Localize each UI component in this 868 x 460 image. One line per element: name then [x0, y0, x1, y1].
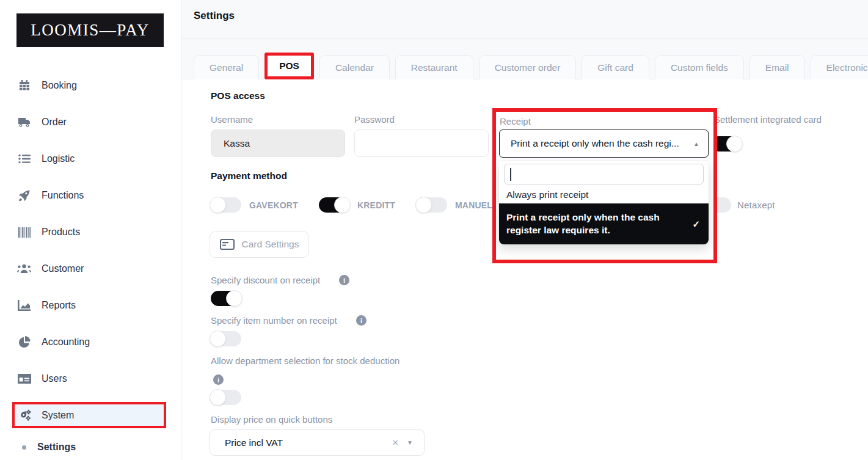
sidebar-item-reports[interactable]: Reports	[17, 296, 76, 315]
quick-buttons-value: Price incl VAT	[225, 437, 283, 448]
netaxept-label: Netaxept	[737, 200, 775, 210]
list-icon	[17, 152, 31, 166]
sidebar-item-label: Logistic	[42, 153, 75, 164]
sidebar-item-functions[interactable]: Functions	[17, 186, 84, 205]
info-icon[interactable]: i	[339, 275, 349, 285]
settings-tabs: General POS Calendar Restaurant Customer…	[194, 54, 868, 79]
main-header: Settings General POS Calendar Restaurant…	[181, 0, 868, 79]
sidebar-item-system[interactable]: System	[15, 404, 164, 426]
app-window: LOOMIS—PAY Booking Order Logistic Functi…	[0, 0, 868, 460]
card-settings-button[interactable]: Card Settings	[210, 231, 309, 258]
kreditt-toggle[interactable]	[319, 197, 349, 213]
annotation-box-receipt: Receipt Print a receipt only when the ca…	[492, 108, 717, 263]
payment-method-heading: Payment method	[211, 170, 287, 181]
annotation-box-system: System	[12, 402, 166, 428]
pos-settings-panel: POS access Username Kassa Password Settl…	[181, 79, 868, 460]
chevron-up-icon: ▲	[693, 141, 699, 147]
sidebar: LOOMIS—PAY Booking Order Logistic Functi…	[0, 0, 181, 460]
discount-label: Specify discount on receipt	[211, 275, 320, 285]
truck-icon	[17, 115, 31, 130]
check-icon: ✓	[692, 219, 700, 230]
calendar-icon	[17, 79, 31, 93]
rocket-icon	[17, 189, 31, 203]
manuell-label: MANUELL	[455, 200, 498, 210]
manuell-toggle[interactable]	[417, 197, 447, 213]
pos-access-heading: POS access	[211, 90, 265, 101]
username-field[interactable]: Kassa	[211, 130, 345, 157]
gavekort-label: GAVEKORT	[249, 200, 298, 210]
tab-electronic-receipt[interactable]: Electronic receipt	[811, 55, 868, 79]
bullet-dot-icon	[22, 445, 26, 450]
area-chart-icon	[17, 299, 31, 313]
header-divider	[181, 38, 868, 39]
sidebar-item-products[interactable]: Products	[17, 222, 80, 242]
id-card-icon	[17, 372, 31, 386]
sidebar-item-accounting[interactable]: Accounting	[17, 332, 90, 352]
tab-email[interactable]: Email	[749, 55, 805, 79]
toggle-knob	[210, 330, 226, 347]
sidebar-item-label: System	[42, 410, 74, 421]
receipt-option-label: Print a receipt only when the cash regis…	[506, 211, 687, 237]
toggle-knob	[334, 197, 351, 213]
username-label: Username	[211, 114, 253, 125]
loomis-pay-logo: LOOMIS—PAY	[16, 13, 164, 47]
toggle-knob	[415, 197, 432, 213]
sidebar-item-customer[interactable]: Customer	[17, 259, 84, 279]
credit-card-icon	[220, 239, 235, 250]
tab-pos-annotated[interactable]: POS	[264, 53, 314, 79]
barcode-icon	[17, 225, 31, 239]
sidebar-item-label: Order	[42, 117, 67, 128]
sidebar-subitem-settings[interactable]: Settings	[22, 437, 76, 457]
sidebar-item-label: Booking	[42, 80, 77, 91]
receipt-select[interactable]: Print a receipt only when the cash regi.…	[499, 130, 709, 158]
toggle-knob	[726, 136, 743, 152]
chevron-down-icon[interactable]: ▼	[407, 439, 413, 446]
sidebar-item-order[interactable]: Order	[17, 112, 67, 132]
department-toggle[interactable]	[211, 390, 241, 405]
people-icon	[17, 262, 31, 276]
password-field[interactable]	[354, 130, 489, 157]
receipt-dropdown-panel: Always print receipt Print a receipt onl…	[499, 161, 709, 244]
receipt-option-cash-register-law[interactable]: Print a receipt only when the cash regis…	[499, 203, 709, 244]
department-label: Allow department selection for stock ded…	[211, 356, 399, 366]
discount-toggle[interactable]	[211, 291, 241, 306]
tab-restaurant[interactable]: Restaurant	[395, 55, 473, 79]
sidebar-item-label: Products	[42, 227, 80, 238]
quick-buttons-label: Display price on quick buttons	[211, 414, 332, 425]
kreditt-label: KREDITT	[357, 200, 395, 210]
sidebar-item-label: Functions	[42, 190, 84, 201]
receipt-option-always[interactable]: Always print receipt	[499, 186, 709, 203]
quick-buttons-select[interactable]: Price incl VAT × ▼	[210, 429, 425, 456]
sidebar-item-users[interactable]: Users	[17, 369, 67, 389]
settlement-label: Settlement integrated card	[714, 114, 822, 125]
toggle-knob	[210, 389, 226, 406]
tab-custom-fields[interactable]: Custom fields	[655, 55, 744, 79]
clear-icon[interactable]: ×	[392, 437, 398, 449]
gears-icon	[18, 409, 33, 422]
sidebar-subitem-label: Settings	[37, 442, 76, 453]
gavekort-toggle[interactable]	[211, 197, 241, 213]
receipt-search-input[interactable]	[504, 164, 704, 184]
page-title: Settings	[194, 10, 235, 22]
sidebar-item-label: Reports	[42, 300, 76, 311]
item-number-label: Specify item number on receipt	[211, 315, 337, 326]
tab-customer-order[interactable]: Customer order	[479, 55, 577, 79]
receipt-selected-value: Print a receipt only when the cash regi.…	[511, 138, 688, 149]
toggle-knob	[210, 197, 226, 213]
text-cursor	[510, 168, 511, 181]
item-number-toggle[interactable]	[211, 331, 241, 346]
sidebar-item-label: Customer	[42, 263, 84, 274]
info-icon[interactable]: i	[356, 315, 367, 326]
password-label: Password	[354, 114, 395, 125]
tab-general[interactable]: General	[194, 55, 259, 79]
tab-gift-card[interactable]: Gift card	[582, 55, 649, 79]
sidebar-item-logistic[interactable]: Logistic	[17, 149, 75, 169]
tab-calendar[interactable]: Calendar	[319, 55, 390, 79]
pie-chart-icon	[17, 335, 31, 349]
sidebar-item-label: Accounting	[42, 337, 90, 348]
toggle-knob	[226, 290, 243, 307]
card-settings-label: Card Settings	[242, 239, 299, 250]
receipt-label: Receipt	[500, 116, 531, 126]
info-icon[interactable]: i	[213, 374, 224, 385]
sidebar-item-booking[interactable]: Booking	[17, 76, 77, 95]
